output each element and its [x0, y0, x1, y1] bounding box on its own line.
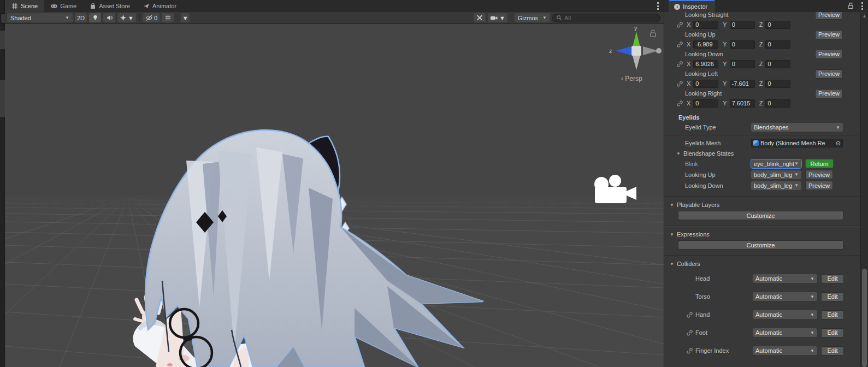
- head-collider-dropdown[interactable]: Automatic ▼: [753, 274, 817, 283]
- edit-button[interactable]: Edit: [821, 346, 844, 356]
- tab-game[interactable]: Game: [44, 0, 83, 12]
- grid-visibility-button[interactable]: [162, 13, 174, 22]
- scene-visibility-button[interactable]: 0: [143, 13, 160, 22]
- preview-button[interactable]: Preview: [805, 170, 833, 179]
- foldout-triangle-icon: ▼: [676, 151, 681, 156]
- shopping-bag-icon: [90, 3, 96, 9]
- customize-playable-layers-button[interactable]: Customize: [678, 211, 843, 220]
- preview-button[interactable]: Preview: [815, 89, 843, 98]
- y-field[interactable]: [730, 40, 755, 49]
- preview-button[interactable]: Preview: [815, 69, 843, 79]
- scene-panel-menu-icon[interactable]: [657, 2, 659, 10]
- blendshape-states-foldout[interactable]: ▼ Blendshape States: [664, 149, 860, 158]
- scene-camera-settings-button[interactable]: ▼: [488, 13, 507, 22]
- gamepad-icon: [51, 3, 57, 9]
- y-label: Y: [723, 41, 727, 48]
- customize-expressions-button[interactable]: Customize: [678, 240, 843, 250]
- tab-asset-store[interactable]: Asset Store: [83, 0, 137, 12]
- search-icon: [556, 15, 562, 21]
- playable-layers-foldout[interactable]: ▼ Playable Layers: [664, 200, 860, 210]
- looking-left-values: X Y Z: [664, 78, 860, 89]
- hand-collider-dropdown[interactable]: Automatic ▼: [753, 310, 817, 319]
- collider-label: Hand: [695, 311, 753, 318]
- gizmo-z-label: z: [609, 48, 612, 54]
- x-field[interactable]: [693, 99, 718, 108]
- y-label: Y: [723, 100, 727, 106]
- scene-3d-view: y z ‹ Persp: [5, 24, 664, 367]
- inspector-scrollbar[interactable]: ▲: [860, 12, 868, 367]
- 2d-toggle-button[interactable]: 2D: [75, 13, 87, 22]
- z-field[interactable]: [765, 40, 790, 49]
- animator-icon: [143, 3, 150, 9]
- colliders-foldout[interactable]: ▼ Colliders: [664, 259, 860, 269]
- scene-search-field[interactable]: [552, 14, 660, 22]
- z-field[interactable]: [765, 80, 790, 88]
- gizmo-center-cube[interactable]: [631, 46, 641, 56]
- preview-button[interactable]: Preview: [815, 30, 843, 39]
- inspector-menu-icon[interactable]: [861, 2, 864, 10]
- edit-button[interactable]: Edit: [821, 310, 844, 319]
- eyelid-type-dropdown[interactable]: Blendshapes ▼: [751, 123, 843, 132]
- z-label: Z: [759, 100, 763, 106]
- x-field[interactable]: [693, 40, 718, 49]
- row-label: Looking Left: [685, 70, 815, 77]
- z-field[interactable]: [765, 21, 790, 29]
- gizmo-y-label: y: [634, 25, 637, 31]
- chevron-down-icon: ▼: [128, 15, 134, 21]
- link-icon: [676, 80, 684, 87]
- foot-collider-dropdown[interactable]: Automatic ▼: [753, 328, 817, 337]
- scroll-up-arrow-icon[interactable]: ▲: [861, 14, 868, 19]
- z-field[interactable]: [765, 60, 790, 68]
- y-field[interactable]: [730, 21, 755, 29]
- looking-up-blendshape-dropdown[interactable]: body_slim_leg ▼: [751, 170, 801, 179]
- tab-animator[interactable]: Animator: [137, 0, 183, 12]
- gizmos-dropdown[interactable]: Gizmos ▼: [515, 13, 550, 22]
- preview-button[interactable]: Preview: [805, 181, 833, 190]
- lighting-toggle-button[interactable]: [89, 13, 101, 22]
- preview-button[interactable]: Preview: [815, 12, 843, 20]
- looking-down-blendshape-dropdown[interactable]: body_slim_leg ▼: [751, 181, 801, 190]
- z-label: Z: [759, 80, 763, 87]
- torso-collider-dropdown[interactable]: Automatic ▼: [753, 292, 817, 301]
- gizmos-label: Gizmos: [518, 15, 538, 21]
- looking-straight-values: X Y Z: [664, 19, 860, 30]
- y-field[interactable]: [730, 80, 755, 88]
- tab-label: Animator: [152, 3, 176, 9]
- x-field[interactable]: [693, 60, 718, 68]
- editor-tools-button[interactable]: [474, 13, 486, 22]
- edit-button[interactable]: Edit: [821, 274, 844, 283]
- row-label: Looking Right: [685, 90, 815, 97]
- shading-mode-dropdown[interactable]: Shaded ▼: [7, 13, 73, 22]
- edit-button[interactable]: Edit: [821, 292, 844, 301]
- object-picker-icon[interactable]: ⊙: [836, 140, 841, 147]
- scene-viewport[interactable]: y z ‹ Persp: [5, 24, 664, 367]
- preview-button[interactable]: Preview: [815, 50, 843, 59]
- scrollbar-thumb[interactable]: [862, 269, 867, 367]
- link-icon: [676, 100, 684, 107]
- effects-dropdown-button[interactable]: ▼: [117, 13, 136, 22]
- chevron-down-icon: ▼: [810, 276, 814, 281]
- x-field[interactable]: [693, 21, 718, 29]
- return-button[interactable]: Return: [805, 159, 834, 168]
- projection-label[interactable]: ‹ Persp: [621, 75, 642, 82]
- looking-right-row: Looking Right Preview: [664, 89, 860, 98]
- skinned-mesh-icon: [753, 140, 759, 146]
- tab-inspector[interactable]: i Inspector: [669, 0, 715, 12]
- audio-toggle-button[interactable]: [103, 13, 115, 22]
- z-field[interactable]: [765, 99, 790, 108]
- scene-search-input[interactable]: [564, 15, 646, 21]
- chevron-down-icon: ▼: [794, 172, 799, 177]
- inspector-lock-icon[interactable]: [847, 2, 854, 10]
- edit-button[interactable]: Edit: [821, 328, 844, 338]
- blink-blendshape-dropdown[interactable]: eye_blink_right ▼: [751, 159, 801, 168]
- expressions-foldout[interactable]: ▼ Expressions: [664, 229, 860, 239]
- foldout-label: Expressions: [677, 231, 710, 238]
- finger-index-collider-dropdown[interactable]: Automatic ▼: [753, 346, 817, 355]
- y-field[interactable]: [730, 99, 755, 108]
- x-field[interactable]: [693, 80, 718, 88]
- x-label: X: [687, 61, 690, 67]
- grid-settings-dropdown[interactable]: ▼: [181, 13, 190, 22]
- y-field[interactable]: [730, 60, 755, 68]
- tab-scene[interactable]: Scene: [5, 0, 44, 12]
- eyelids-mesh-object-field[interactable]: Body (Skinned Mesh Re ⊙: [751, 139, 843, 147]
